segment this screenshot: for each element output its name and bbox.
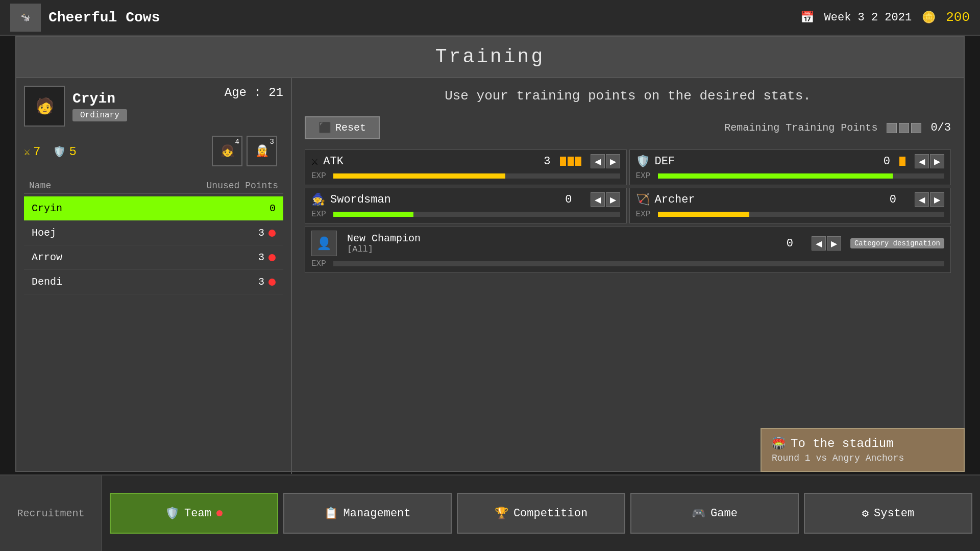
def-decrease-btn[interactable]: ◀ xyxy=(915,154,929,168)
col-unused-label: Unused Points xyxy=(207,181,278,191)
champion-exp-row: EXP xyxy=(311,259,944,268)
player-list-header: Name Unused Points xyxy=(24,178,283,194)
swordsman-val: 0 xyxy=(565,193,572,206)
champion-block: 👤 New Champion [All] 0 ◀ ▶ xyxy=(305,226,951,273)
def-exp-bar xyxy=(658,173,893,179)
char-avatar: 🧑 xyxy=(24,86,65,127)
def-increase-btn[interactable]: ▶ xyxy=(930,154,944,168)
def-val: 0 xyxy=(884,155,890,168)
money-display: 200 xyxy=(946,10,970,25)
archer-block: 🏹 Archer 0 ◀ ▶ EXP xyxy=(629,188,951,223)
champion-increase-btn[interactable]: ▶ xyxy=(827,236,841,251)
char-info: Cryin Ordinary xyxy=(72,91,214,121)
point-pip-2 xyxy=(899,123,909,133)
champion-decrease-btn[interactable]: ◀ xyxy=(812,236,826,251)
week-display: Week 3 2 2021 xyxy=(824,11,912,24)
archer-exp-bar xyxy=(658,212,750,217)
atk-stat: ⚔️ 7 xyxy=(24,145,40,159)
atk-exp-bar-bg xyxy=(333,173,620,179)
def-stat: 🛡️ 5 xyxy=(53,145,76,159)
def-block: 🛡️ DEF 0 ◀ ▶ EXP xyxy=(629,149,951,185)
archer-increase-btn[interactable]: ▶ xyxy=(930,192,944,207)
team-logo: 🐄 xyxy=(10,4,41,32)
swordsman-header: 🧙 Swordsman 0 ◀ ▶ xyxy=(311,192,620,207)
player-name: Dendi xyxy=(32,276,62,288)
champion-header: 👤 New Champion [All] 0 ◀ ▶ xyxy=(311,231,944,256)
team-member-1[interactable]: 4 👧 xyxy=(212,136,242,166)
def-exp-bar-bg xyxy=(658,173,945,179)
player-unused: 3 xyxy=(258,252,276,263)
bottom-nav: Recruitment 🛡️ Team 📋 Management 🏆 Compe… xyxy=(0,474,980,551)
reset-icon: ⬛ xyxy=(318,121,331,134)
player-points: 3 xyxy=(258,252,264,263)
team-members: 4 👧 3 🧝 xyxy=(212,136,283,166)
player-row[interactable]: Arrow 3 xyxy=(24,245,283,270)
game-nav-btn[interactable]: 🎮 Game xyxy=(630,493,799,534)
player-points: 3 xyxy=(258,227,264,239)
archer-header: 🏹 Archer 0 ◀ ▶ xyxy=(636,192,945,207)
team-nav-dot xyxy=(216,510,223,516)
system-nav-label: System xyxy=(874,507,914,520)
def-value: 5 xyxy=(69,145,76,159)
unused-indicator xyxy=(268,279,276,286)
player-row[interactable]: Cryin 0 xyxy=(24,196,283,221)
col-name-label: Name xyxy=(29,181,51,191)
atk-exp-row: EXP xyxy=(311,171,620,181)
recruitment-tab[interactable]: Recruitment xyxy=(0,475,102,551)
char-age: Age : 21 xyxy=(225,86,283,99)
archer-decrease-btn[interactable]: ◀ xyxy=(915,192,929,207)
competition-nav-btn[interactable]: 🏆 Competition xyxy=(457,493,625,534)
system-nav-icon: ⚙️ xyxy=(862,507,869,520)
archer-name: Archer xyxy=(655,193,885,206)
atk-decrease-btn[interactable]: ◀ xyxy=(591,154,605,168)
team-nav-icon: 🛡️ xyxy=(165,507,179,520)
calendar-icon: 📅 xyxy=(800,11,814,24)
player-points: 0 xyxy=(270,203,276,214)
modal-title: Training xyxy=(435,46,545,68)
stadium-sub: Round 1 vs Angry Anchors xyxy=(772,453,953,463)
reset-label: Reset xyxy=(335,122,366,134)
swordsman-increase-btn[interactable]: ▶ xyxy=(606,192,620,207)
swordsman-exp-bar-bg xyxy=(333,212,620,217)
champion-name: New Champion xyxy=(347,233,421,244)
def-pips xyxy=(899,157,905,166)
nav-buttons: 🛡️ Team 📋 Management 🏆 Competition 🎮 Gam… xyxy=(102,475,980,551)
player-list: Cryin 0 Hoej 3 Arrow xyxy=(24,196,283,294)
system-nav-btn[interactable]: ⚙️ System xyxy=(804,493,972,534)
stadium-label: To the stadium xyxy=(791,437,894,450)
archer-val: 0 xyxy=(890,193,896,206)
management-nav-btn[interactable]: 📋 Management xyxy=(283,493,452,534)
player-unused: 3 xyxy=(258,227,276,239)
exp-label: EXP xyxy=(636,210,654,219)
management-nav-icon: 📋 xyxy=(324,507,338,520)
member-num-1: 4 xyxy=(235,138,239,146)
atk-name: ATK xyxy=(323,155,538,168)
pip xyxy=(568,157,574,166)
def-header: 🛡️ DEF 0 ◀ ▶ xyxy=(636,154,945,168)
game-nav-icon: 🎮 xyxy=(692,507,705,520)
atk-val: 3 xyxy=(544,155,550,168)
training-points-label: Remaining Training Points xyxy=(724,122,877,134)
swordsman-icon: 🧙 xyxy=(311,193,325,207)
stadium-button[interactable]: 🏟️ To the stadium Round 1 vs Angry Ancho… xyxy=(761,428,965,472)
coin-icon: 🪙 xyxy=(922,11,936,24)
swordsman-block: 🧙 Swordsman 0 ◀ ▶ EXP xyxy=(305,188,627,223)
team-nav-btn[interactable]: 🛡️ Team xyxy=(110,493,278,534)
exp-label: EXP xyxy=(311,210,329,219)
swordsman-name: Swordsman xyxy=(330,193,560,206)
reset-button[interactable]: ⬛ Reset xyxy=(305,116,380,139)
unused-indicator xyxy=(268,230,276,237)
category-designation-tooltip: Category designation xyxy=(850,238,944,248)
atk-value: 7 xyxy=(33,145,40,159)
player-row[interactable]: Dendi 3 xyxy=(24,270,283,294)
atk-increase-btn[interactable]: ▶ xyxy=(606,154,620,168)
training-hint: Use your training points on the desired … xyxy=(305,88,951,104)
management-nav-label: Management xyxy=(343,507,410,520)
player-row[interactable]: Hoej 3 xyxy=(24,221,283,245)
team-member-2[interactable]: 3 🧝 xyxy=(247,136,277,166)
atk-icon: ⚔️ xyxy=(311,155,318,168)
pip xyxy=(575,157,581,166)
champion-controls: ◀ ▶ xyxy=(812,236,841,251)
swordsman-decrease-btn[interactable]: ◀ xyxy=(591,192,605,207)
player-name: Cryin xyxy=(32,203,62,214)
